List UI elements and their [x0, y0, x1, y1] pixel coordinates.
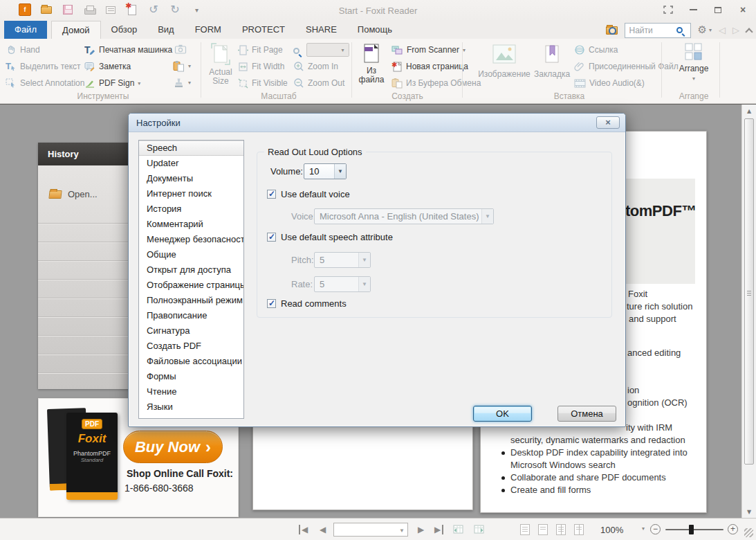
- dialog-close-button[interactable]: ×: [596, 116, 620, 129]
- search-input[interactable]: [625, 24, 676, 37]
- zoom-in-button[interactable]: Zoom In: [293, 60, 338, 73]
- ok-button[interactable]: OK: [473, 406, 532, 422]
- history-forward-icon[interactable]: ▷: [732, 25, 739, 35]
- search-folder-icon[interactable]: [606, 26, 618, 35]
- settings-category-item[interactable]: Интернет поиск: [139, 186, 243, 201]
- ribbon-tab[interactable]: FORM: [185, 21, 232, 39]
- zoom-out-icon[interactable]: −: [650, 524, 661, 534]
- insert-bookmark-button[interactable]: Закладка: [534, 44, 570, 79]
- buy-now-button[interactable]: Buy Now ›: [123, 431, 223, 463]
- fullscreen-icon[interactable]: [662, 4, 674, 15]
- zoom-slider-track[interactable]: [665, 529, 723, 530]
- insert-video-audio-button[interactable]: Video Audio(&): [574, 76, 645, 90]
- use-default-speech-checkbox[interactable]: [267, 233, 276, 242]
- previous-view-icon[interactable]: [452, 523, 464, 534]
- continuous-facing-view-icon[interactable]: [574, 524, 584, 535]
- first-page-icon[interactable]: ◀: [299, 525, 308, 534]
- svg-text:T: T: [84, 44, 91, 55]
- zoom-percentage[interactable]: 100%: [600, 525, 623, 535]
- new-page-button[interactable]: ✱ Новая страница: [391, 60, 468, 73]
- settings-category-item[interactable]: Полноэкранный режим: [139, 293, 243, 308]
- settings-category-item[interactable]: Создать PDF: [139, 339, 243, 354]
- continuous-view-icon[interactable]: [538, 524, 548, 535]
- window-title: Start - Foxit Reader: [0, 6, 756, 16]
- paste-button[interactable]: ▾: [173, 59, 191, 73]
- scrollbar-thumb[interactable]: [744, 118, 754, 465]
- ribbon-tab[interactable]: Вид: [147, 21, 185, 39]
- zoom-in-icon[interactable]: +: [728, 524, 738, 534]
- fit-width-button[interactable]: Fit Width: [238, 60, 284, 73]
- note-button[interactable]: Заметка: [84, 60, 131, 73]
- settings-category-item[interactable]: Комментарий: [139, 217, 243, 232]
- single-page-view-icon[interactable]: [520, 524, 530, 535]
- insert-attachment-button[interactable]: Присоединенный Файл: [574, 60, 679, 73]
- zoom-out-button[interactable]: Zoom Out: [293, 76, 344, 90]
- insert-link-button[interactable]: Ссылка: [574, 43, 618, 57]
- open-folder-icon: [48, 190, 62, 199]
- typewriter-button[interactable]: T Печатная машинка: [84, 43, 172, 57]
- select-text-button[interactable]: T Выделить текст: [6, 60, 81, 73]
- settings-category-item[interactable]: Правописание: [139, 308, 243, 323]
- zoom-level-combobox[interactable]: ▾: [306, 43, 349, 57]
- settings-category-item[interactable]: Документы: [139, 171, 243, 186]
- collapse-ribbon-icon[interactable]: [745, 28, 753, 35]
- ribbon-tab[interactable]: Обзор: [101, 21, 148, 39]
- ribbon-tab[interactable]: PROTECT: [232, 21, 295, 39]
- hand-tool-button[interactable]: Hand: [6, 43, 40, 57]
- select-annotation-button[interactable]: Select Annotation: [6, 76, 84, 90]
- settings-category-item[interactable]: Сигнатура: [139, 323, 243, 339]
- close-icon[interactable]: ×: [737, 4, 749, 15]
- stamp-button[interactable]: ▾: [173, 75, 191, 89]
- settings-menu-button[interactable]: ⚙ ▾: [698, 25, 712, 35]
- settings-category-item[interactable]: Updater: [139, 156, 243, 171]
- insert-image-button[interactable]: Изображение: [477, 44, 531, 79]
- from-scanner-button[interactable]: From Scanner ▾: [391, 43, 465, 57]
- settings-category-item[interactable]: Общие: [139, 247, 243, 262]
- chevron-down-icon: ▼: [399, 528, 405, 534]
- settings-category-item[interactable]: Отображение страницы: [139, 278, 243, 293]
- settings-category-item[interactable]: Чтение: [139, 384, 243, 399]
- previous-page-icon[interactable]: ◀: [320, 525, 326, 534]
- settings-category-item[interactable]: Языки: [139, 399, 243, 415]
- vertical-scrollbar[interactable]: ▲ ▼: [741, 105, 756, 519]
- actual-size-button[interactable]: Actual Size: [206, 43, 235, 86]
- facing-view-icon[interactable]: [556, 524, 566, 535]
- from-file-button[interactable]: Из файла: [356, 43, 387, 84]
- ribbon-tab[interactable]: Помощь: [347, 21, 403, 39]
- settings-category-item[interactable]: Формы: [139, 369, 243, 384]
- last-page-icon[interactable]: ▶: [434, 525, 443, 534]
- snapshot-button[interactable]: [174, 42, 187, 56]
- ribbon-tab[interactable]: Файл: [4, 21, 47, 39]
- scroll-down-icon[interactable]: ▼: [744, 507, 755, 517]
- settings-category-item[interactable]: Файловые ассоциации: [139, 354, 243, 369]
- zoom-slider-handle[interactable]: [689, 525, 694, 534]
- next-view-icon[interactable]: [473, 523, 485, 534]
- volume-combobox[interactable]: 10 ▼: [304, 163, 347, 179]
- page-number-combobox[interactable]: ▼: [333, 523, 408, 537]
- settings-category-item[interactable]: Speech: [139, 141, 243, 156]
- restore-icon[interactable]: [712, 4, 724, 15]
- settings-category-item[interactable]: История: [139, 201, 243, 217]
- pdf-sign-button[interactable]: PDF Sign ▾: [84, 76, 140, 90]
- resize-grip-icon[interactable]: [744, 528, 753, 537]
- zoom-dropdown-icon[interactable]: ▾: [642, 525, 645, 532]
- pitch-label: Pitch:: [291, 255, 314, 265]
- dialog-title-bar[interactable]: Настройки ×: [129, 114, 625, 132]
- scroll-up-icon[interactable]: ▲: [744, 106, 755, 116]
- next-page-icon[interactable]: ▶: [418, 525, 424, 534]
- fit-page-button[interactable]: Fit Page: [238, 43, 283, 57]
- settings-category-item[interactable]: Открыт для доступа: [139, 262, 243, 278]
- arrange-button[interactable]: Arrange ▾: [674, 43, 714, 82]
- read-comments-checkbox[interactable]: [267, 299, 276, 308]
- minimize-icon[interactable]: [687, 4, 699, 15]
- cancel-button[interactable]: Отмена: [557, 406, 616, 422]
- zoom-to-button[interactable]: [293, 44, 299, 57]
- history-back-icon[interactable]: ◁: [719, 25, 726, 35]
- use-default-voice-checkbox[interactable]: [267, 190, 276, 199]
- fit-visible-button[interactable]: Fit Visible: [238, 76, 288, 90]
- settings-category-item[interactable]: Менеджер безопасности: [139, 232, 243, 247]
- from-clipboard-button[interactable]: Из Буфера Обмена: [391, 76, 481, 90]
- ribbon-tab[interactable]: SHARE: [295, 21, 347, 39]
- ribbon-tab[interactable]: Домой: [51, 21, 101, 39]
- search-icon[interactable]: [676, 27, 683, 33]
